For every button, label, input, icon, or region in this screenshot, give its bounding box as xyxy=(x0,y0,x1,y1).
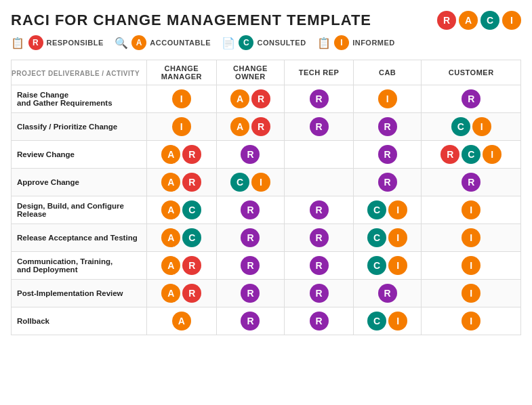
raci-badge-a: A xyxy=(459,11,478,30)
cell-2-1: R xyxy=(216,141,285,169)
cell-1-0: I xyxy=(147,113,217,141)
col-header-4: CUSTOMER xyxy=(422,60,521,85)
table-row: RollbackARRCII xyxy=(12,307,521,335)
row-0-activity: Raise Change and Gather Requirements xyxy=(12,85,147,113)
cell-0-4: R xyxy=(422,85,521,113)
icon-a: A xyxy=(230,89,249,108)
icon-i: I xyxy=(462,312,480,331)
icon-r: R xyxy=(241,145,260,164)
row-5-activity: Release Acceptance and Testing xyxy=(12,224,147,252)
icon-i: I xyxy=(462,284,480,303)
icon-r: R xyxy=(251,117,270,136)
icon-r: R xyxy=(310,200,329,219)
legend-circle-a: A xyxy=(131,35,146,50)
icon-r: R xyxy=(241,256,260,275)
icon-a: A xyxy=(161,256,180,275)
col-header-0: CHANGE MANAGER xyxy=(147,60,217,85)
cell-8-4: I xyxy=(422,307,521,335)
title-row: RACI FOR CHANGE MANAGEMENT TEMPLATE RACI xyxy=(11,11,521,30)
cell-4-1: R xyxy=(216,196,285,224)
icon-c: C xyxy=(182,228,201,247)
raci-badges: RACI xyxy=(437,11,521,30)
legend-label-r: RESPONSIBLE xyxy=(47,39,104,47)
cell-1-2: R xyxy=(285,113,354,141)
icon-r: R xyxy=(241,200,260,219)
icon-i: I xyxy=(388,312,407,331)
icon-c: C xyxy=(367,200,386,219)
table-row: Review ChangeARRRRCI xyxy=(12,141,521,169)
icon-r: R xyxy=(378,117,397,136)
raci-badge-r: R xyxy=(437,11,456,30)
cell-5-4: I xyxy=(422,224,521,252)
legend-row: 📋RRESPONSIBLE🔍AACCOUNTABLE📄CCONSULTED📋II… xyxy=(11,35,521,50)
icon-r: R xyxy=(310,228,329,247)
legend-circle-r: R xyxy=(28,35,43,50)
icon-i: I xyxy=(462,256,480,275)
icon-r: R xyxy=(310,284,329,303)
icon-a: A xyxy=(230,117,249,136)
col-header-2: TECH REP xyxy=(285,60,354,85)
cell-3-4: R xyxy=(422,169,521,196)
icon-i: I xyxy=(462,228,480,247)
icon-c: C xyxy=(462,145,480,164)
row-4-activity: Design, Build, and Configure Release xyxy=(12,196,147,224)
table-row: Raise Change and Gather RequirementsIARR… xyxy=(12,85,521,113)
icon-a: A xyxy=(161,200,180,219)
cell-4-4: I xyxy=(422,196,521,224)
row-6-activity: Communication, Training, and Deployment xyxy=(12,252,147,280)
legend-item-i: 📋IINFORMED xyxy=(317,35,395,50)
table-row: Communication, Training, and DeploymentA… xyxy=(12,252,521,280)
raci-badge-i: I xyxy=(502,11,521,30)
icon-i: I xyxy=(172,89,191,108)
cell-7-3: R xyxy=(353,280,422,307)
icon-r: R xyxy=(241,284,260,303)
cell-6-0: AR xyxy=(147,252,217,280)
icon-c: C xyxy=(367,312,386,331)
table-row: Release Acceptance and TestingACRRCII xyxy=(12,224,521,252)
cell-0-1: AR xyxy=(216,85,285,113)
cell-1-1: AR xyxy=(216,113,285,141)
icon-i: I xyxy=(388,256,407,275)
cell-5-2: R xyxy=(285,224,354,252)
icon-r: R xyxy=(310,117,329,136)
icon-r: R xyxy=(310,256,329,275)
icon-a: A xyxy=(172,312,191,331)
icon-c: C xyxy=(451,117,470,136)
cell-7-1: R xyxy=(216,280,285,307)
icon-a: A xyxy=(161,145,180,164)
legend-icon-img-a: 🔍 xyxy=(115,37,129,49)
raci-badge-c: C xyxy=(480,11,499,30)
cell-0-0: I xyxy=(147,85,217,113)
cell-2-0: AR xyxy=(147,141,217,169)
cell-7-4: I xyxy=(422,280,521,307)
cell-0-2: R xyxy=(285,85,354,113)
cell-8-3: CI xyxy=(353,307,422,335)
icon-r: R xyxy=(241,228,260,247)
legend-icon-img-r: 📋 xyxy=(11,37,25,49)
icon-a: A xyxy=(161,173,180,192)
legend-item-a: 🔍AACCOUNTABLE xyxy=(115,35,211,50)
cell-1-4: CI xyxy=(422,113,521,141)
cell-3-0: AR xyxy=(147,169,217,196)
cell-3-3: R xyxy=(353,169,422,196)
icon-i: I xyxy=(388,200,407,219)
cell-0-3: I xyxy=(353,85,422,113)
icon-r: R xyxy=(310,89,329,108)
cell-1-3: R xyxy=(353,113,422,141)
raci-table: PROJECT DELIVERABLE / ACTIVITY CHANGE MA… xyxy=(11,60,521,335)
icon-i: I xyxy=(378,89,397,108)
icon-c: C xyxy=(182,200,201,219)
icon-i: I xyxy=(483,145,502,164)
icon-r: R xyxy=(182,256,201,275)
icon-c: C xyxy=(367,228,386,247)
icon-r: R xyxy=(462,89,480,108)
cell-3-2 xyxy=(285,169,354,196)
row-8-activity: Rollback xyxy=(12,307,147,335)
row-1-activity: Classify / Prioritize Change xyxy=(12,113,147,141)
icon-i: I xyxy=(172,117,191,136)
cell-4-3: CI xyxy=(353,196,422,224)
icon-r: R xyxy=(378,173,397,192)
legend-circle-c: C xyxy=(239,35,253,50)
icon-r: R xyxy=(182,173,201,192)
cell-7-0: AR xyxy=(147,280,217,307)
